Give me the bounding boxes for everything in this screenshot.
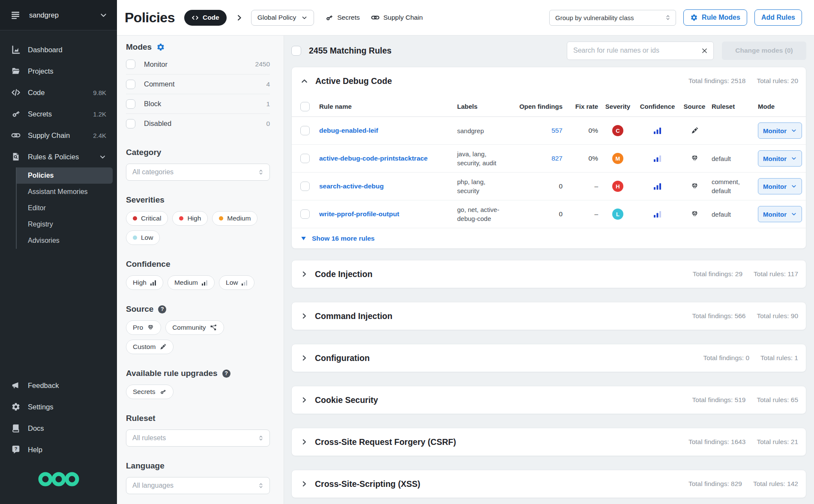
help-tooltip-icon[interactable]: ?: [222, 370, 230, 378]
hamburger-menu-icon[interactable]: [10, 10, 21, 20]
rule-group-csrf[interactable]: Cross-Site Request Forgery (CSRF) Total …: [291, 428, 806, 456]
severity-pill-low[interactable]: Low: [126, 230, 160, 245]
sidebar-subitem-policies[interactable]: Policies: [17, 167, 113, 184]
nav-secrets[interactable]: Secrets: [325, 14, 360, 22]
sidebar-item-supply-chain[interactable]: Supply Chain 2.4K: [0, 125, 117, 146]
select-group-checkbox[interactable]: [300, 102, 310, 111]
change-modes-button[interactable]: Change modes (0): [722, 42, 806, 60]
group-title: Cross-Site-Scripting (XSS): [315, 479, 420, 489]
nav-supply-chain[interactable]: Supply Chain: [371, 13, 423, 22]
confidence-pill-high[interactable]: High: [126, 275, 163, 290]
row-checkbox[interactable]: [300, 182, 310, 191]
comment-checkbox[interactable]: [126, 80, 135, 89]
mode-filter-block: Block 1: [126, 94, 270, 113]
sidebar-item-docs[interactable]: Docs: [0, 418, 117, 439]
rule-group-code-injection[interactable]: Code Injection Total findings: 29 Total …: [291, 260, 806, 288]
mode-select[interactable]: Monitor: [758, 206, 802, 222]
severity-pill-high[interactable]: High: [172, 211, 208, 226]
language-select-value: All languages: [132, 482, 257, 489]
low-dot-icon: [133, 236, 137, 240]
severity-pill-medium[interactable]: Medium: [212, 211, 257, 226]
mode-value: Monitor: [763, 155, 787, 162]
confidence-pill-medium[interactable]: Medium: [168, 275, 215, 290]
sidebar-item-count: 2.4K: [93, 132, 106, 139]
critical-dot-icon: [133, 216, 137, 221]
mode-select[interactable]: Monitor: [758, 178, 802, 194]
rule-name-link[interactable]: active-debug-code-printstacktrace: [319, 155, 457, 162]
tab-code[interactable]: Code: [184, 10, 227, 26]
sidebar-item-dashboard[interactable]: Dashboard: [0, 39, 117, 60]
policy-select[interactable]: Global Policy: [251, 10, 314, 26]
source-pill-custom[interactable]: Custom: [126, 340, 174, 354]
row-checkbox[interactable]: [300, 154, 310, 163]
row-checkbox[interactable]: [300, 209, 310, 219]
filter-heading-label: Modes: [126, 42, 152, 52]
chevron-down-icon: [99, 11, 108, 19]
mode-select[interactable]: Monitor: [758, 122, 802, 139]
chevron-up-icon: [300, 77, 308, 85]
sidebar-item-label: Projects: [28, 67, 54, 75]
sidebar-item-label: Help: [28, 446, 42, 454]
chevron-down-icon: [791, 155, 797, 161]
collapse-group-button[interactable]: [300, 77, 308, 85]
clear-search-icon[interactable]: [701, 47, 708, 54]
column-confidence: Confidence: [640, 103, 675, 110]
monitor-checkbox[interactable]: [126, 60, 135, 69]
confidence-pill-low[interactable]: Low: [219, 275, 254, 290]
chevron-right-icon: [300, 396, 308, 404]
disabled-checkbox[interactable]: [126, 119, 135, 128]
sidebar-item-secrets[interactable]: Secrets 1.2K: [0, 103, 117, 125]
group-by-select[interactable]: Group by vulnerability class: [549, 10, 676, 26]
sidebar-item-code[interactable]: Code 9.8K: [0, 82, 117, 103]
sidebar-subitem-editor[interactable]: Editor: [17, 200, 113, 216]
rule-modes-label: Rule Modes: [702, 14, 740, 21]
nav-supply-chain-label: Supply Chain: [383, 14, 423, 21]
language-select[interactable]: All languages: [126, 477, 270, 494]
sidebar-item-settings[interactable]: Settings: [0, 396, 117, 418]
rule-group-configuration[interactable]: Configuration Total findings: 0 Total ru…: [291, 344, 806, 372]
rule-group-xss[interactable]: Cross-Site-Scripting (XSS) Total finding…: [291, 470, 806, 498]
chevron-right-icon: [300, 312, 308, 320]
open-findings-link[interactable]: 557: [551, 127, 563, 134]
filter-ruleset-heading: Ruleset: [126, 414, 270, 423]
sidebar-item-feedback[interactable]: Feedback: [0, 375, 117, 396]
ruleset-select[interactable]: All rulesets: [126, 429, 270, 447]
group-header[interactable]: Active Debug Code Total findings: 2518 T…: [292, 67, 806, 95]
open-findings-link[interactable]: 827: [551, 155, 563, 162]
mode-select[interactable]: Monitor: [758, 150, 802, 167]
rule-name-link[interactable]: search-active-debug: [319, 182, 457, 190]
group-total-rules: Total rules: 142: [753, 480, 798, 488]
rule-group-cookie-security[interactable]: Cookie Security Total findings: 519 Tota…: [291, 386, 806, 414]
rule-group-command-injection[interactable]: Command Injection Total findings: 566 To…: [291, 302, 806, 330]
row-checkbox[interactable]: [300, 126, 310, 135]
help-tooltip-icon[interactable]: ?: [158, 305, 166, 313]
org-switcher[interactable]: sandgrep: [0, 0, 117, 30]
bars-low-icon: [242, 280, 248, 286]
show-more-rules[interactable]: Show 16 more rules: [292, 228, 806, 248]
chevron-down-icon: [791, 128, 797, 134]
add-rules-button[interactable]: Add Rules: [754, 9, 802, 26]
severity-pill-critical[interactable]: Critical: [126, 211, 168, 226]
group-total-findings: Total findings: 519: [692, 396, 746, 404]
sidebar-item-rules-policies[interactable]: Rules & Policies: [0, 146, 117, 167]
rule-name-link[interactable]: debug-enabled-leif: [319, 127, 457, 134]
gear-icon[interactable]: [156, 43, 165, 51]
key-icon: [325, 14, 333, 22]
sidebar-item-help[interactable]: ? Help: [0, 439, 117, 460]
select-arrows-icon: [257, 482, 264, 489]
rule-modes-button[interactable]: Rule Modes: [683, 9, 747, 26]
rule-name-link[interactable]: write-pprof-profile-output: [319, 210, 457, 218]
block-checkbox[interactable]: [126, 99, 135, 109]
sidebar-subitem-registry[interactable]: Registry: [17, 216, 113, 233]
upgrade-pill-secrets[interactable]: Secrets: [126, 385, 174, 399]
sidebar-subitem-assistant-memories[interactable]: Assistant Memories: [17, 184, 113, 200]
category-select[interactable]: All categories: [126, 164, 270, 181]
select-all-checkbox[interactable]: [291, 46, 301, 56]
rule-search-input[interactable]: [573, 47, 701, 54]
sidebar-item-projects[interactable]: Projects: [0, 60, 117, 82]
bars-medium-icon: [202, 280, 208, 286]
source-pill-community[interactable]: Community: [165, 320, 224, 335]
source-pill-pro[interactable]: Pro: [126, 320, 161, 335]
sidebar-subitem-advisories[interactable]: Advisories: [17, 233, 113, 249]
mode-label: Comment: [144, 80, 175, 88]
